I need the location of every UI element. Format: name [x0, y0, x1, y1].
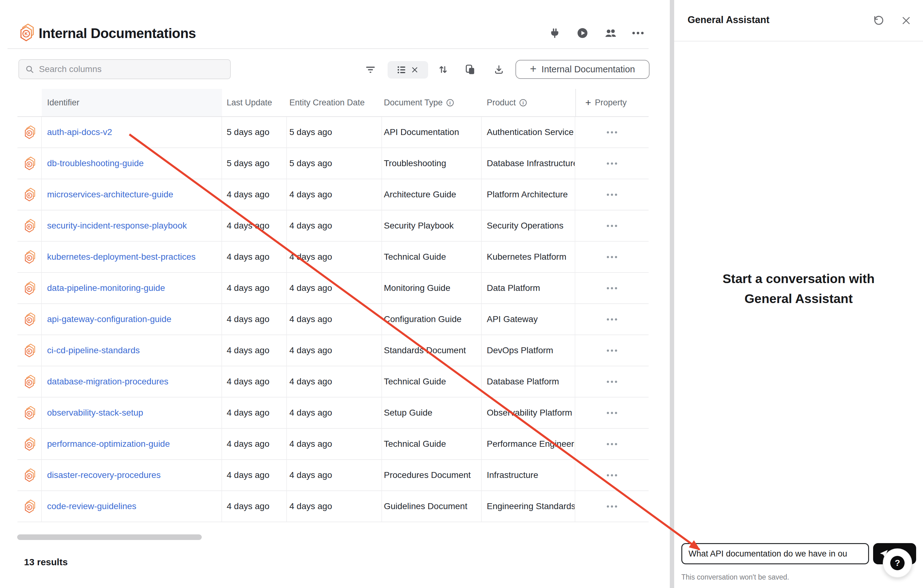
dot-icon	[607, 194, 609, 196]
row-entity-creation-cell: 4 days ago	[287, 335, 382, 366]
add-property-button[interactable]: + Property	[575, 89, 649, 116]
row-more-button[interactable]	[601, 283, 623, 294]
identifier-link[interactable]: code-review-guidelines	[47, 501, 136, 511]
row-document-type-cell: Monitoring Guide	[382, 273, 482, 303]
dot-icon	[607, 225, 609, 227]
row-more-button[interactable]	[601, 314, 623, 325]
header-last-update: Last Update	[222, 89, 287, 116]
row-last-update-cell: 4 days ago	[222, 179, 287, 210]
row-more-button[interactable]	[601, 407, 623, 419]
identifier-link[interactable]: auth-api-docs-v2	[47, 127, 112, 137]
dot-icon	[611, 163, 613, 164]
table-row: microservices-architecture-guide 4 days …	[18, 179, 649, 210]
product-info-icon[interactable]: i	[519, 99, 527, 106]
row-last-update-cell: 4 days ago	[222, 335, 287, 366]
identifier-link[interactable]: ci-cd-pipeline-standards	[47, 345, 140, 355]
dot-icon	[611, 131, 613, 133]
row-more-button[interactable]	[601, 501, 623, 512]
row-entity-creation-cell: 5 days ago	[287, 148, 382, 179]
search-input[interactable]	[39, 64, 224, 74]
header-identifier: Identifier	[42, 89, 222, 116]
identifier-link[interactable]: data-pipeline-monitoring-guide	[47, 283, 165, 293]
download-button[interactable]	[492, 62, 506, 77]
horizontal-scrollbar[interactable]	[17, 534, 202, 540]
document-hexagon-icon	[23, 374, 36, 389]
row-more-button[interactable]	[601, 470, 623, 481]
row-identifier-cell: auth-api-docs-v2	[42, 117, 222, 148]
dot-icon	[611, 412, 613, 414]
identifier-link[interactable]: security-incident-response-playbook	[47, 221, 187, 231]
row-entity-creation-cell: 4 days ago	[287, 397, 382, 428]
dot-icon	[607, 318, 609, 320]
dot-icon	[615, 381, 617, 383]
dot-icon	[615, 505, 617, 508]
row-more-button[interactable]	[601, 345, 623, 356]
document-hexagon-icon	[23, 499, 36, 514]
panel-divider[interactable]	[670, 0, 674, 588]
row-product-cell: DevOps Platform	[482, 335, 575, 366]
row-entity-creation-cell: 4 days ago	[287, 429, 382, 459]
row-property-cell	[575, 460, 649, 490]
table-row: kubernetes-deployment-best-practices 4 d…	[18, 241, 649, 273]
row-product-cell: Infrastructure	[482, 460, 575, 490]
identifier-link[interactable]: disaster-recovery-procedures	[47, 470, 161, 480]
row-more-button[interactable]	[601, 127, 623, 138]
row-property-cell	[575, 304, 649, 335]
row-identifier-cell: observability-stack-setup	[42, 397, 222, 428]
row-more-button[interactable]	[601, 251, 623, 263]
assistant-empty-state: Start a conversation with General Assist…	[674, 269, 923, 309]
document-type-info-icon[interactable]: i	[447, 99, 454, 106]
row-more-button[interactable]	[601, 189, 623, 200]
dot-icon	[615, 412, 617, 414]
row-icon-cell	[18, 117, 42, 148]
filter-button[interactable]	[363, 62, 378, 77]
play-circle-icon	[576, 27, 588, 39]
document-hexagon-icon	[23, 312, 36, 327]
row-more-button[interactable]	[601, 439, 623, 450]
identifier-link[interactable]: database-migration-procedures	[47, 377, 168, 387]
active-view-pill[interactable]	[388, 61, 428, 79]
row-more-button[interactable]	[601, 158, 623, 169]
header-icon-column	[18, 89, 42, 116]
close-panel-button[interactable]	[899, 13, 914, 28]
integrations-button[interactable]	[548, 26, 562, 40]
identifier-link[interactable]: microservices-architecture-guide	[47, 190, 173, 200]
help-button[interactable]: ?	[883, 549, 912, 578]
dot-icon	[615, 318, 617, 320]
identifier-link[interactable]: observability-stack-setup	[47, 408, 143, 418]
assistant-title: General Assistant	[688, 14, 769, 26]
search-box	[18, 59, 231, 79]
dot-icon	[615, 443, 617, 445]
row-entity-creation-cell: 4 days ago	[287, 210, 382, 241]
row-more-button[interactable]	[601, 376, 623, 387]
share-users-button[interactable]	[603, 26, 617, 40]
row-icon-cell	[18, 366, 42, 397]
header-document-type: Document Type i	[382, 89, 482, 116]
dot-icon	[611, 287, 613, 289]
identifier-link[interactable]: api-gateway-configuration-guide	[47, 314, 171, 324]
identifier-link[interactable]: performance-optimization-guide	[47, 439, 170, 449]
document-hexagon-icon	[23, 250, 36, 264]
row-document-type-cell: Technical Guide	[382, 366, 482, 397]
conversation-disclaimer: This conversation won't be saved.	[682, 573, 789, 581]
row-property-cell	[575, 491, 649, 522]
sort-button[interactable]	[436, 62, 450, 77]
dot-icon	[615, 163, 617, 164]
document-hexagon-icon	[23, 406, 36, 420]
create-internal-documentation-button[interactable]: + Internal Documentation	[516, 60, 650, 79]
row-document-type-cell: Technical Guide	[382, 241, 482, 272]
dot-icon	[615, 194, 617, 196]
clear-view-icon[interactable]	[411, 66, 419, 74]
identifier-link[interactable]: kubernetes-deployment-best-practices	[47, 252, 195, 262]
run-playbook-button[interactable]	[576, 26, 590, 40]
row-icon-cell	[18, 241, 42, 272]
row-more-button[interactable]	[601, 220, 623, 232]
copy-button[interactable]	[463, 62, 477, 77]
row-document-type-cell: Technical Guide	[382, 429, 482, 459]
app-root: Internal Documentations	[0, 0, 923, 588]
more-actions-button[interactable]	[631, 26, 645, 40]
assistant-message-input[interactable]	[682, 543, 869, 564]
identifier-link[interactable]: db-troubleshooting-guide	[47, 158, 144, 168]
row-identifier-cell: security-incident-response-playbook	[42, 210, 222, 241]
reset-conversation-button[interactable]	[871, 13, 886, 28]
